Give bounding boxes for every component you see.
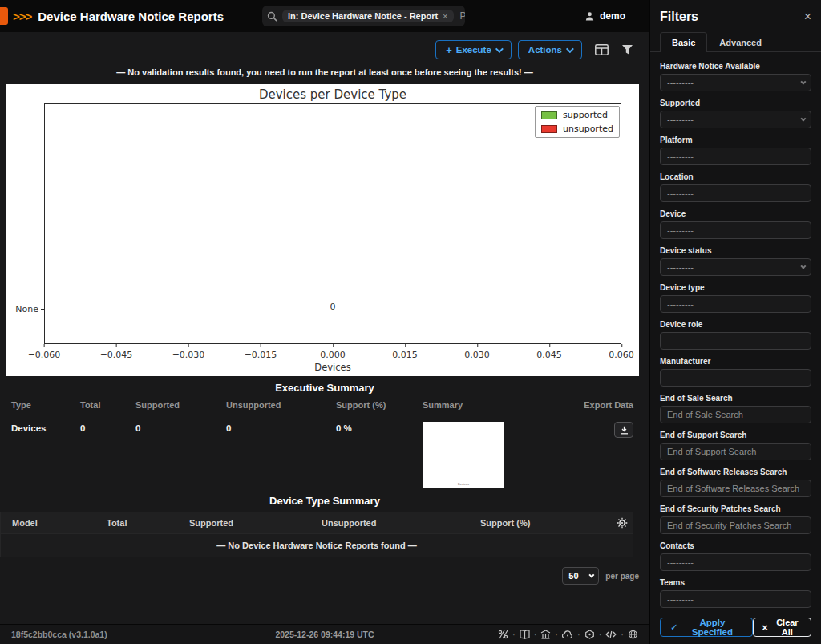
filter-field-input[interactable]	[660, 553, 811, 571]
filter-field-label: End of Security Patches Search	[660, 504, 811, 513]
export-download-button[interactable]	[614, 422, 633, 438]
cloud-icon[interactable]	[551, 630, 573, 639]
tag-close-icon[interactable]: ×	[443, 11, 447, 21]
filter-field-input[interactable]	[660, 148, 811, 165]
column-header[interactable]: Total	[80, 400, 135, 410]
filter-field-label: Device type	[660, 283, 811, 292]
x-tick-label: 0.060	[609, 350, 634, 360]
column-header[interactable]: Supported	[189, 518, 322, 528]
close-icon[interactable]: ×	[804, 10, 811, 23]
global-search-input[interactable]: in: Device Hardware Notice - Report × Pr…	[262, 6, 465, 26]
x-tick-label: 0.045	[536, 350, 562, 360]
filter-field-input[interactable]	[660, 369, 811, 387]
filter-field-input[interactable]	[660, 480, 811, 497]
filter-field-label: Device	[660, 209, 811, 218]
column-header[interactable]: Type	[11, 400, 80, 410]
filter-field-input[interactable]	[660, 590, 811, 608]
bar-value-label: 0	[44, 302, 621, 312]
actions-button[interactable]: Actions	[518, 40, 582, 59]
filter-field-input[interactable]	[660, 221, 811, 239]
column-header[interactable]: Unsupported	[226, 400, 336, 410]
plus-icon: +	[446, 44, 452, 56]
execute-button[interactable]: + Execute	[435, 40, 512, 59]
unsupported-link[interactable]: 0	[226, 422, 336, 433]
device-type-summary-header-row: ModelTotalSupportedUnsupportedSupport (%…	[0, 512, 633, 533]
docs-book-icon[interactable]	[508, 630, 530, 639]
validation-alert: — No validation results found, you need …	[0, 59, 649, 80]
x-tick-label: −0.015	[245, 350, 277, 360]
filter-field-label: Device status	[660, 246, 811, 255]
filter-field-input[interactable]	[660, 516, 811, 534]
hexagon-icon[interactable]	[573, 630, 595, 639]
y-tick-label: None	[6, 304, 38, 314]
brand-logo[interactable]	[0, 7, 8, 25]
main-column: >>> Device Hardware Notice Reports in: D…	[0, 0, 649, 644]
supported-link[interactable]: 0	[135, 422, 226, 433]
filter-field: Device ---------	[660, 209, 811, 239]
page: >>> Device Hardware Notice Reports in: D…	[0, 0, 821, 644]
filter-field: Device role ---------	[660, 320, 811, 350]
clear-all-button[interactable]: × Clear All	[753, 618, 811, 637]
search-icon	[267, 11, 277, 22]
apply-specified-label: Apply Specified	[682, 618, 743, 637]
filter-field-input[interactable]	[660, 184, 811, 202]
filter-field-input[interactable]	[660, 443, 811, 460]
column-header[interactable]: Supported	[135, 400, 226, 410]
columns-icon[interactable]	[595, 44, 609, 55]
filters-tab[interactable]: Advanced	[707, 32, 774, 52]
apply-specified-button[interactable]: ✓ Apply Specified	[660, 618, 753, 637]
table-config-gear-icon[interactable]	[617, 517, 628, 529]
per-page-select[interactable]: 50	[562, 567, 599, 585]
filter-field: End of Security Patches Search End of Se…	[660, 504, 811, 534]
code-icon[interactable]	[595, 630, 617, 639]
filter-field-input[interactable]	[660, 406, 811, 423]
filter-field-select[interactable]: ---------	[660, 111, 811, 128]
devices-chart: Devices per Device Type supported unsupo…	[6, 84, 639, 376]
globe-icon[interactable]	[617, 630, 638, 639]
clear-all-label: Clear All	[772, 618, 803, 637]
per-page-value: 50	[568, 571, 578, 581]
column-header[interactable]: Support (%)	[480, 518, 610, 528]
column-header[interactable]: Unsupported	[322, 518, 480, 528]
filter-field-label: End of Sale Search	[660, 394, 811, 403]
footer-version: 18f5c2bb0cca (v3.1.0a1)	[11, 630, 107, 639]
chart-legend: supported unsuported	[535, 106, 620, 138]
filters-tab[interactable]: Basic	[660, 32, 707, 52]
filter-funnel-icon[interactable]	[621, 44, 633, 55]
slash-percent-icon[interactable]	[498, 630, 508, 639]
building-icon[interactable]	[530, 630, 552, 639]
filters-tabs: BasicAdvanced	[650, 29, 821, 52]
type-link[interactable]: Devices	[11, 422, 80, 433]
chevron-down-icon	[800, 79, 806, 84]
search-filter-tag[interactable]: in: Device Hardware Notice - Report ×	[282, 10, 454, 22]
filter-field-select[interactable]: ---------	[660, 258, 811, 276]
executive-summary-title: Executive Summary	[0, 376, 649, 394]
summary-thumbnail: Devices	[423, 422, 504, 488]
filters-form: Hardware Notice Available --------- Supp…	[650, 52, 821, 610]
chart-title: Devices per Device Type	[44, 87, 621, 102]
per-page-label: per page	[605, 572, 639, 581]
user-menu[interactable]: demo	[584, 10, 625, 22]
chevron-down-icon	[589, 572, 595, 577]
column-header[interactable]: Support (%)	[336, 400, 423, 410]
total-value: 0	[80, 422, 135, 433]
search-filter-tag-label: in: Device Hardware Notice - Report	[288, 11, 438, 21]
page-footer: 2025-12-26 09:44:19 UTC 18f5c2bb0cca (v3…	[0, 624, 649, 644]
select-placeholder: ---------	[667, 78, 694, 87]
filter-field-select[interactable]: ---------	[660, 74, 811, 91]
page-title: Device Hardware Notice Reports	[38, 10, 224, 23]
legend-label: unsuported	[563, 124, 613, 134]
filter-field: Platform ---------	[660, 136, 811, 165]
legend-entry: unsuported	[541, 124, 613, 134]
column-header[interactable]: Summary	[423, 400, 561, 410]
filter-field-label: Contacts	[660, 541, 811, 550]
filter-field-input[interactable]	[660, 295, 811, 313]
filter-field: Manufacturer ---------	[660, 357, 811, 387]
column-header[interactable]: Model	[12, 518, 107, 528]
x-tick-label: −0.045	[100, 350, 133, 360]
report-toolbar: + Execute Actions	[0, 32, 649, 59]
column-header[interactable]: Total	[107, 518, 189, 528]
executive-summary-row: Devices 0 0 0 0 % Devices	[0, 415, 649, 489]
column-header[interactable]: Export Data	[561, 400, 633, 410]
filter-field-input[interactable]	[660, 332, 811, 350]
